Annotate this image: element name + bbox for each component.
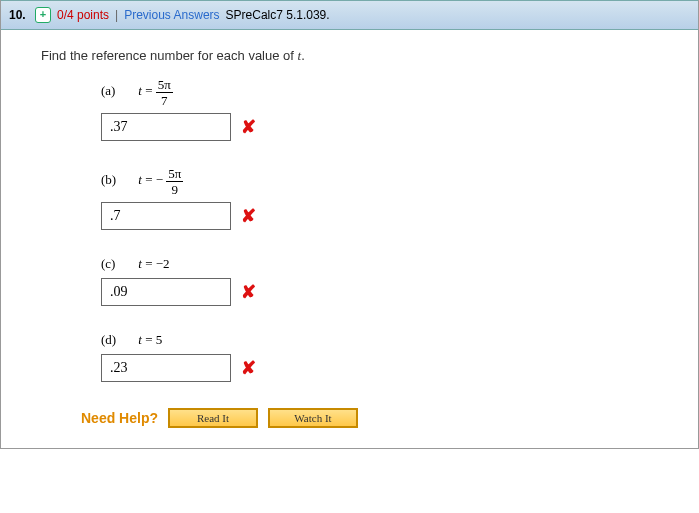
part-a-denominator: 7 (156, 93, 173, 107)
question-container: 10. + 0/4 points | Previous Answers SPre… (0, 0, 699, 449)
part-b-answer-row: ✘ (101, 202, 658, 230)
part-b-eq: = − (142, 172, 166, 187)
separator: | (115, 8, 118, 22)
part-b-denominator: 9 (166, 182, 183, 196)
part-a-numerator: 5π (156, 78, 173, 93)
points-earned: 0/4 points (57, 8, 109, 22)
question-prompt: Find the reference number for each value… (41, 48, 658, 64)
part-b-fraction: 5π 9 (166, 167, 183, 196)
question-body: Find the reference number for each value… (1, 30, 698, 449)
part-c-rhs: −2 (156, 256, 170, 271)
part-a: (a) t = 5π 7 (101, 78, 658, 107)
part-d-rhs: 5 (156, 332, 163, 347)
part-a-answer-row: ✘ (101, 113, 658, 141)
part-d-label: (d) (101, 332, 135, 348)
read-it-button[interactable]: Read It (168, 408, 258, 428)
part-c: (c) t = −2 (101, 256, 658, 272)
question-header: 10. + 0/4 points | Previous Answers SPre… (1, 0, 698, 30)
previous-answers-link[interactable]: Previous Answers (124, 8, 219, 22)
part-d-eq: = (142, 332, 156, 347)
incorrect-icon: ✘ (241, 116, 256, 138)
incorrect-icon: ✘ (241, 205, 256, 227)
prompt-text-post: . (301, 48, 305, 63)
part-b: (b) t = − 5π 9 (101, 167, 658, 196)
part-c-label: (c) (101, 256, 135, 272)
part-c-answer-row: ✘ (101, 278, 658, 306)
incorrect-icon: ✘ (241, 357, 256, 379)
part-a-label: (a) (101, 83, 135, 99)
part-c-answer-input[interactable] (101, 278, 231, 306)
part-b-label: (b) (101, 172, 135, 188)
prompt-text-pre: Find the reference number for each value… (41, 48, 298, 63)
expand-icon[interactable]: + (35, 7, 51, 23)
part-b-numerator: 5π (166, 167, 183, 182)
part-d-answer-row: ✘ (101, 354, 658, 382)
help-row: Need Help? Read It Watch It (81, 408, 658, 428)
part-d-answer-input[interactable] (101, 354, 231, 382)
part-c-eq: = (142, 256, 156, 271)
need-help-label: Need Help? (81, 410, 158, 426)
part-a-answer-input[interactable] (101, 113, 231, 141)
incorrect-icon: ✘ (241, 281, 256, 303)
question-source: SPreCalc7 5.1.039. (226, 8, 330, 22)
part-b-answer-input[interactable] (101, 202, 231, 230)
part-a-eq: = (142, 83, 156, 98)
question-number: 10. (9, 8, 29, 22)
part-d: (d) t = 5 (101, 332, 658, 348)
part-a-fraction: 5π 7 (156, 78, 173, 107)
watch-it-button[interactable]: Watch It (268, 408, 358, 428)
